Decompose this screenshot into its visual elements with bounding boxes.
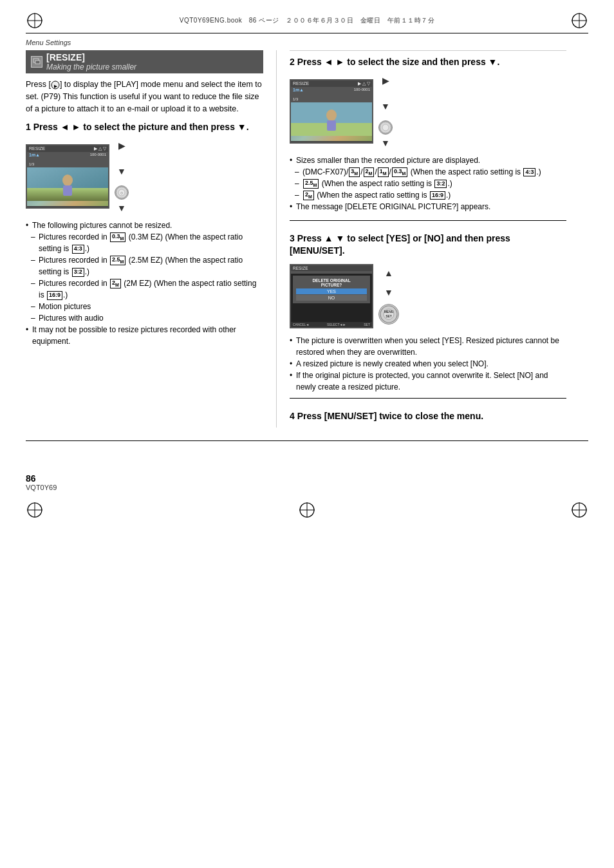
header-text: VQT0Y69ENG.book 86 ページ ２００６年６月３０日 金曜日 午前… xyxy=(44,16,570,25)
top-divider xyxy=(26,33,588,33)
step2-screen-wrap: RESIZE ▶ △ ▽ 1m▲ 100-0001 1/3 xyxy=(290,75,566,148)
arrow-down-2: ▼ xyxy=(117,203,126,213)
menu-set-button: MENU SET xyxy=(378,304,399,325)
step3-camera-screen: RESIZE DELETE ORIGINALPICTURE? YES NO CA… xyxy=(290,264,373,328)
resize-title-box: [RESIZE] Making the picture smaller xyxy=(26,50,263,73)
svg-rect-7 xyxy=(35,61,40,64)
step3-section: 3 Press ▲ ▼ to select [YES] or [NO] and … xyxy=(290,220,566,393)
resize-icon xyxy=(31,56,42,68)
arrow-up-step3: ▲ xyxy=(384,268,393,278)
arrow-right: ▶ xyxy=(118,140,126,151)
step3-nav-arrows: ▲ ▼ MENU SET xyxy=(378,268,399,325)
svg-text:○: ○ xyxy=(120,191,123,195)
step2-notes: Sizes smaller than the recorded picture … xyxy=(290,155,566,212)
intro-text: Press [▶] to display the [PLAY] mode men… xyxy=(26,79,263,115)
bottom-center-reg-mark xyxy=(298,501,316,519)
footer-marks xyxy=(0,498,614,531)
arrow-down-step2: ▼ xyxy=(381,101,390,111)
nav-btn-step1: ○ xyxy=(115,185,129,200)
top-left-reg-mark xyxy=(26,12,44,30)
section-label: Menu Settings xyxy=(26,39,588,46)
footer: 86 VQT0Y69 xyxy=(0,460,614,498)
bottom-right-reg-mark xyxy=(570,501,588,519)
header-marks: VQT0Y69ENG.book 86 ページ ２００６年６月３０日 金曜日 午前… xyxy=(0,0,614,33)
step3-notes: The picture is overwritten when you sele… xyxy=(290,335,566,393)
svg-text:SET: SET xyxy=(386,314,392,318)
step1-camera-screen: RESIZE ▶ △ ▽ 1m▲ 100-0001 1/3 xyxy=(26,144,109,209)
svg-point-19 xyxy=(326,109,337,121)
resize-title: [RESIZE] Making the picture smaller xyxy=(46,52,136,71)
step2-resize-bar: RESIZE ▶ △ ▽ xyxy=(291,80,372,87)
svg-text:▶: ▶ xyxy=(53,84,57,88)
step2-heading: 2 Press ◄ ► to select the size and then … xyxy=(290,50,566,69)
step4-section: 4 Press [MENU/SET] twice to close the me… xyxy=(290,398,566,423)
right-column: 2 Press ◄ ► to select the size and then … xyxy=(277,50,566,428)
svg-rect-20 xyxy=(327,120,336,131)
top-right-reg-mark xyxy=(570,12,588,30)
svg-point-12 xyxy=(62,175,73,186)
left-column: [RESIZE] Making the picture smaller Pres… xyxy=(26,50,277,428)
bottom-divider xyxy=(26,440,588,441)
step4-heading: 4 Press [MENU/SET] twice to close the me… xyxy=(290,410,566,423)
step1-notes: The following pictures cannot be resized… xyxy=(26,220,263,347)
step1-nav-arrows: ▶ ▼ ○ ▼ xyxy=(115,140,129,213)
arrow-down-step2b: ▼ xyxy=(381,138,390,148)
step3-screen-wrap: RESIZE DELETE ORIGINALPICTURE? YES NO CA… xyxy=(290,264,566,328)
step1-heading: 1 Press ◄ ► to select the picture and th… xyxy=(26,121,263,134)
screen-resize-bar: RESIZE ▶ △ ▽ xyxy=(27,146,108,152)
step2-camera-screen: RESIZE ▶ △ ▽ 1m▲ 100-0001 1/3 xyxy=(290,79,373,144)
step3-heading: 3 Press ▲ ▼ to select [YES] or [NO] and … xyxy=(290,232,566,258)
svg-rect-13 xyxy=(63,185,72,196)
step2-screen-photo xyxy=(291,102,372,141)
step2-nav-arrows: ▶ ▼ ▼ xyxy=(378,75,393,148)
page: VQT0Y69ENG.book 86 ページ ２００６年６月３０日 金曜日 午前… xyxy=(0,0,614,868)
page-number-area: 86 VQT0Y69 xyxy=(26,473,57,491)
step1-screen-wrap: RESIZE ▶ △ ▽ 1m▲ 100-0001 1/3 xyxy=(26,140,263,213)
arrow-down-1: ▼ xyxy=(117,166,126,176)
screen-photo xyxy=(27,167,108,206)
svg-point-22 xyxy=(382,124,389,131)
page-number: 86 xyxy=(26,473,57,484)
arrow-down-step3: ▼ xyxy=(384,287,393,297)
svg-text:MENU: MENU xyxy=(384,310,394,314)
content-area: [RESIZE] Making the picture smaller Pres… xyxy=(0,50,614,428)
nav-btn-step2 xyxy=(378,120,393,135)
arrow-right-2: ▶ xyxy=(382,75,389,86)
bottom-left-reg-mark xyxy=(26,501,44,519)
page-code: VQT0Y69 xyxy=(26,484,57,491)
